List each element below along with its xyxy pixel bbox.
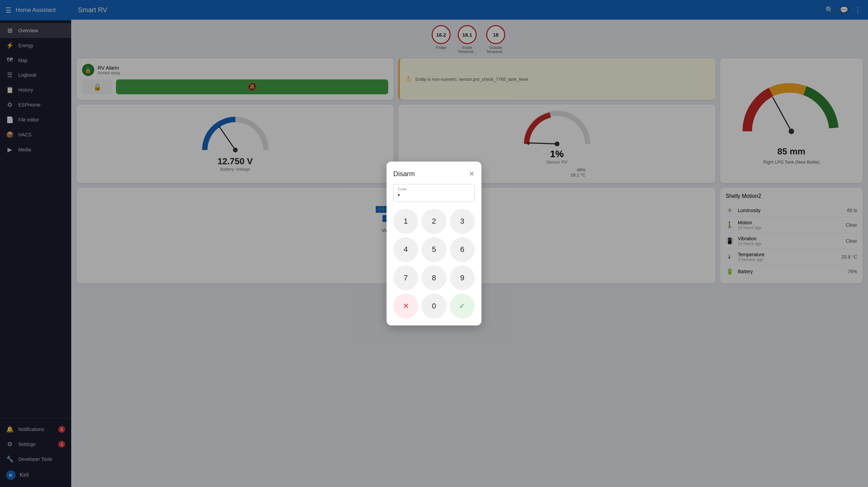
disarm-dialog: Disarm ✕ Code • 123456789✕0✓: [387, 162, 481, 325]
dialog-header: Disarm ✕: [393, 170, 475, 178]
numpad-btn-5[interactable]: 6: [450, 237, 475, 262]
numpad-btn-9[interactable]: ✕: [393, 294, 418, 318]
numpad-btn-3[interactable]: 4: [393, 237, 418, 262]
numpad-btn-1[interactable]: 2: [421, 209, 446, 233]
code-input-wrap: Code •: [393, 184, 475, 202]
numpad-btn-8[interactable]: 9: [450, 265, 475, 290]
dialog-overlay[interactable]: Disarm ✕ Code • 123456789✕0✓: [0, 0, 868, 487]
numpad-btn-2[interactable]: 3: [450, 209, 475, 233]
numpad: 123456789✕0✓: [393, 209, 475, 318]
numpad-btn-4[interactable]: 5: [421, 237, 446, 262]
code-label: Code: [398, 187, 470, 191]
dialog-title: Disarm: [393, 170, 415, 178]
numpad-btn-11[interactable]: ✓: [450, 294, 475, 318]
numpad-btn-6[interactable]: 7: [393, 265, 418, 290]
code-dot: •: [398, 192, 470, 199]
numpad-btn-10[interactable]: 0: [421, 294, 446, 318]
numpad-btn-0[interactable]: 1: [393, 209, 418, 233]
dialog-close-button[interactable]: ✕: [469, 170, 475, 178]
numpad-btn-7[interactable]: 8: [421, 265, 446, 290]
